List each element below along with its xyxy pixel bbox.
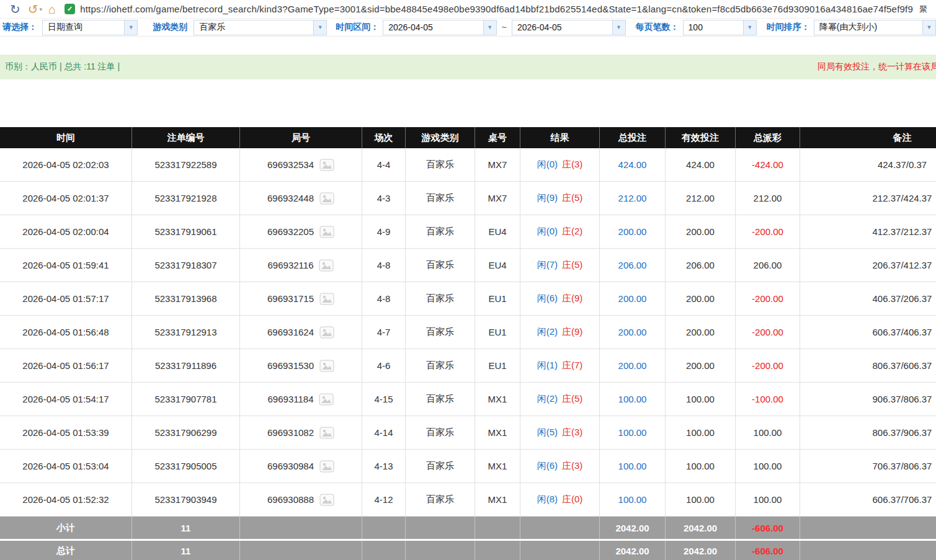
cell-total-bet: 100.00 [600,450,666,482]
total-bet-link[interactable]: 200.00 [618,293,647,304]
total-bet-link[interactable]: 100.00 [618,461,647,471]
url-text[interactable]: https://iohetf.com/game/betrecord_search… [80,4,916,14]
cell-desk: MX1 [475,483,520,516]
cell-result: 闲(8) 庄(0) [520,483,600,516]
cell-session: 4-14 [362,416,406,449]
total-row: 总计 11 2042.00 2042.00 -606.00 [0,539,936,560]
table-row: 2026-04-05 02:00:04 523317919061 6969322… [0,215,936,249]
cell-payout: 100.00 [736,483,800,516]
total-bet-link[interactable]: 200.00 [618,226,647,237]
cell-game-type: 百家乐 [406,316,475,349]
per-page-select[interactable]: 100 ▼ [683,20,757,35]
total-label: 总计 [0,541,132,560]
cell-session: 4-4 [362,148,406,181]
banker-result: 庄(3) [562,460,582,472]
cell-total-bet: 212.00 [600,182,666,215]
cell-result: 闲(0) 庄(3) [520,148,600,181]
chevron-down-icon[interactable]: ▼ [483,20,496,35]
date-from-select[interactable]: 2026-04-05 ▼ [383,20,497,35]
home-icon[interactable]: ⌂ [45,1,60,18]
table-row: 2026-04-05 01:53:04 523317905005 6969309… [0,450,936,483]
total-bet-link[interactable]: 200.00 [618,327,647,337]
sort-select[interactable]: 降幂(由大到小) ▼ [814,20,936,35]
replay-video-icon[interactable] [319,192,334,205]
subtotal-total-bet: 2042.00 [600,517,666,539]
total-bet-link[interactable]: 100.00 [618,394,647,404]
cell-time: 2026-04-05 02:01:37 [0,182,132,215]
banker-result: 庄(0) [562,494,582,505]
player-result: 闲(9) [537,192,558,204]
cell-valid-bet: 200.00 [666,282,736,315]
cell-round: 696932448 [240,182,362,215]
cell-time: 2026-04-05 02:02:03 [0,148,132,181]
header-desk: 桌号 [475,127,520,148]
cell-remark: 906.37/806.37 [800,383,936,416]
header-bet-id: 注单编号 [132,127,240,148]
cell-desk: EU4 [475,215,520,248]
cell-session: 4-15 [362,383,406,416]
total-bet-link[interactable]: 200.00 [618,360,647,371]
banker-result: 庄(3) [562,427,582,438]
total-total-bet: 2042.00 [600,541,666,560]
bet-record-table: 时间 注单编号 局号 场次 游戏类别 桌号 结果 总投注 有效投注 总派彩 备注… [0,127,936,560]
replay-video-icon[interactable] [319,393,334,406]
chevron-down-icon[interactable]: ▼ [743,20,756,35]
player-result: 闲(6) [537,460,558,472]
game-type-select[interactable]: 百家乐 ▼ [194,20,327,35]
chevron-down-icon[interactable]: ▼ [313,20,326,35]
cell-round: 696930984 [240,450,362,482]
replay-video-icon[interactable] [319,360,334,372]
per-page-label: 每页笔数： [636,22,679,33]
table-header-row: 时间 注单编号 局号 场次 游戏类别 桌号 结果 总投注 有效投注 总派彩 备注 [0,127,936,148]
replay-video-icon[interactable] [319,226,334,238]
replay-video-icon[interactable] [319,159,334,171]
chevron-down-icon[interactable]: ▼ [922,20,935,35]
total-bet-link[interactable]: 424.00 [618,159,647,170]
cell-round: 696932205 [240,215,362,248]
chevron-down-icon[interactable]: ▼ [124,20,137,35]
cell-desk: MX7 [475,148,520,181]
cell-total-bet: 206.00 [600,249,666,282]
secure-site-icon: ✓ [65,4,75,14]
table-row: 2026-04-05 01:57:17 523317913968 6969317… [0,282,936,316]
refresh-icon[interactable]: ↻ [6,1,24,18]
header-time: 时间 [0,127,132,148]
player-result: 闲(8) [537,494,558,505]
cell-time: 2026-04-05 01:54:17 [0,383,132,416]
cell-total-bet: 424.00 [600,148,666,181]
replay-video-icon[interactable] [319,460,334,473]
total-bet-link[interactable]: 100.00 [618,427,647,438]
query-type-select[interactable]: 日期查询 ▼ [42,20,138,35]
cell-bet-id: 523317921928 [132,182,240,215]
chevron-down-icon[interactable]: ▼ [612,20,625,35]
total-bet-link[interactable]: 206.00 [618,260,647,270]
cell-payout: -100.00 [736,383,800,416]
cell-time: 2026-04-05 01:52:32 [0,483,132,516]
cell-game-type: 百家乐 [406,349,475,382]
url-bar[interactable]: ✓ https://iohetf.com/game/betrecord_sear… [60,1,936,18]
extension-badge[interactable]: 聚 [919,4,927,15]
cell-result: 闲(6) 庄(9) [520,282,600,315]
replay-video-icon[interactable] [319,259,334,272]
cell-remark: 406.37/206.37 [800,282,936,315]
info-bar: 币别：人民币 | 总共 :11 注单 | 同局有效投注，统一计算在该局 [0,55,936,79]
table-row: 2026-04-05 01:56:48 523317912913 6969316… [0,316,936,349]
total-bet-link[interactable]: 212.00 [618,193,647,203]
replay-video-icon[interactable] [319,494,334,506]
undo-caret-icon[interactable]: ▾ [40,6,43,12]
cell-game-type: 百家乐 [406,416,475,449]
total-bet-link[interactable]: 100.00 [618,494,647,505]
header-valid-bet: 有效投注 [666,127,736,148]
replay-video-icon[interactable] [319,326,334,339]
header-remark: 备注 [800,127,936,148]
banker-result: 庄(5) [562,192,582,204]
date-from-value: 2026-04-05 [383,20,483,35]
replay-video-icon[interactable] [319,427,334,439]
cell-remark: 606.37/406.37 [800,316,936,349]
cell-valid-bet: 100.00 [666,450,736,482]
date-to-select[interactable]: 2026-04-05 ▼ [512,20,626,35]
cell-remark: 806.37/606.37 [800,349,936,382]
replay-video-icon[interactable] [319,293,334,305]
cell-result: 闲(7) 庄(5) [520,249,600,282]
cell-desk: MX1 [475,383,520,416]
